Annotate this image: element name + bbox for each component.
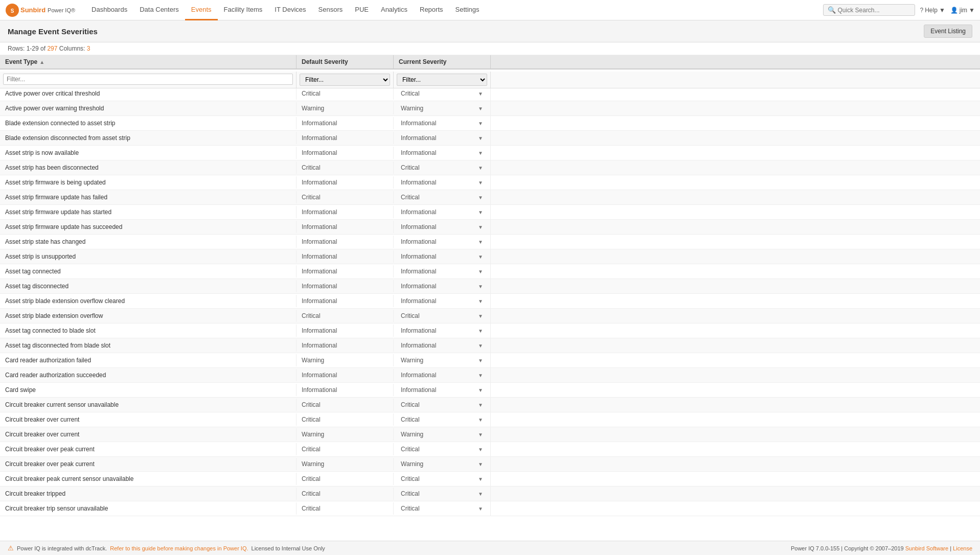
severity-dropdown[interactable]: Critical ▼ bbox=[399, 445, 485, 454]
cols-count-link[interactable]: 3 bbox=[87, 45, 90, 52]
nav-pue[interactable]: PUE bbox=[349, 0, 375, 20]
severity-dropdown[interactable]: Informational ▼ bbox=[399, 119, 485, 128]
cell-current-severity[interactable]: Informational ▼ bbox=[394, 279, 491, 293]
cell-current-severity[interactable]: Critical ▼ bbox=[394, 412, 491, 427]
severity-dropdown[interactable]: Critical ▼ bbox=[399, 400, 485, 409]
severity-dropdown[interactable]: Informational ▼ bbox=[399, 237, 485, 246]
cell-default-severity: Critical bbox=[297, 473, 394, 485]
filter-event-input[interactable] bbox=[3, 74, 293, 85]
cell-current-severity[interactable]: Critical ▼ bbox=[394, 309, 491, 323]
severity-dropdown[interactable]: Informational ▼ bbox=[399, 385, 485, 395]
severity-dropdown[interactable]: Informational ▼ bbox=[399, 267, 485, 276]
nav-facilityitems[interactable]: Facility Items bbox=[218, 0, 269, 20]
severity-dropdown[interactable]: Informational ▼ bbox=[399, 282, 485, 291]
nav-dashboards[interactable]: Dashboards bbox=[85, 0, 133, 20]
dropdown-arrow-icon: ▼ bbox=[478, 313, 483, 319]
dropdown-arrow-icon: ▼ bbox=[478, 165, 483, 171]
cell-current-severity[interactable]: Warning ▼ bbox=[394, 457, 491, 471]
search-box[interactable]: 🔍 bbox=[823, 4, 915, 16]
severity-dropdown[interactable]: Critical ▼ bbox=[399, 415, 485, 424]
severity-dropdown[interactable]: Warning ▼ bbox=[399, 430, 485, 439]
table-row: Asset strip blade extension overflow Cri… bbox=[0, 309, 980, 323]
help-button[interactable]: ? Help ▼ bbox=[920, 7, 945, 14]
severity-dropdown[interactable]: Informational ▼ bbox=[399, 371, 485, 380]
severity-dropdown[interactable]: Warning ▼ bbox=[399, 459, 485, 469]
severity-dropdown[interactable]: Informational ▼ bbox=[399, 133, 485, 143]
severity-dropdown[interactable]: Warning ▼ bbox=[399, 104, 485, 113]
cell-current-severity[interactable]: Critical ▼ bbox=[394, 160, 491, 175]
filter-default-select[interactable]: Filter... Critical Warning Informational bbox=[300, 74, 390, 86]
navbar-right: 🔍 ? Help ▼ 👤 jim ▼ bbox=[823, 4, 975, 16]
cell-current-severity[interactable]: Informational ▼ bbox=[394, 249, 491, 264]
cell-current-severity[interactable]: Critical ▼ bbox=[394, 487, 491, 501]
severity-dropdown[interactable]: Informational ▼ bbox=[399, 341, 485, 350]
cell-current-severity[interactable]: Critical ▼ bbox=[394, 86, 491, 101]
cell-current-severity[interactable]: Warning ▼ bbox=[394, 427, 491, 442]
cell-current-severity[interactable]: Informational ▼ bbox=[394, 294, 491, 308]
severity-dropdown[interactable]: Informational ▼ bbox=[399, 252, 485, 261]
cell-current-severity[interactable]: Informational ▼ bbox=[394, 205, 491, 219]
severity-value: Warning bbox=[401, 105, 423, 112]
cell-current-severity[interactable]: Critical ▼ bbox=[394, 442, 491, 456]
severity-value: Critical bbox=[401, 312, 420, 319]
nav-sensors[interactable]: Sensors bbox=[312, 0, 349, 20]
severity-dropdown[interactable]: Critical ▼ bbox=[399, 489, 485, 498]
dropdown-arrow-icon: ▼ bbox=[478, 491, 483, 497]
severity-dropdown[interactable]: Informational ▼ bbox=[399, 296, 485, 306]
col-header-event-type[interactable]: Event Type ▲ bbox=[0, 55, 297, 68]
severity-dropdown[interactable]: Informational ▼ bbox=[399, 207, 485, 217]
col-header-default-severity[interactable]: Default Severity bbox=[297, 55, 394, 68]
cell-current-severity[interactable]: Informational ▼ bbox=[394, 368, 491, 382]
severity-dropdown[interactable]: Warning ▼ bbox=[399, 356, 485, 365]
cell-event-type: Asset tag disconnected bbox=[0, 280, 297, 292]
cell-current-severity[interactable]: Informational ▼ bbox=[394, 131, 491, 145]
cell-current-severity[interactable]: Informational ▼ bbox=[394, 116, 491, 130]
severity-dropdown[interactable]: Critical ▼ bbox=[399, 89, 485, 98]
nav-reports[interactable]: Reports bbox=[414, 0, 449, 20]
dropdown-arrow-icon: ▼ bbox=[478, 210, 483, 215]
nav-analytics[interactable]: Analytics bbox=[375, 0, 414, 20]
cell-current-severity[interactable]: Critical ▼ bbox=[394, 190, 491, 204]
search-input[interactable] bbox=[838, 7, 909, 14]
severity-dropdown[interactable]: Informational ▼ bbox=[399, 326, 485, 335]
cell-current-severity[interactable]: Critical ▼ bbox=[394, 472, 491, 486]
filter-current-select[interactable]: Filter... Critical Warning Informational bbox=[397, 74, 487, 86]
table-row: Asset tag disconnected Informational Inf… bbox=[0, 279, 980, 294]
severity-dropdown[interactable]: Critical ▼ bbox=[399, 163, 485, 172]
nav-events[interactable]: Events bbox=[185, 0, 218, 20]
dropdown-arrow-icon: ▼ bbox=[478, 506, 483, 512]
cell-current-severity[interactable]: Critical ▼ bbox=[394, 501, 491, 516]
cell-current-severity[interactable]: Informational ▼ bbox=[394, 323, 491, 338]
cell-event-type: Circuit breaker tripped bbox=[0, 488, 297, 500]
severity-dropdown[interactable]: Critical ▼ bbox=[399, 193, 485, 202]
severity-dropdown[interactable]: Critical ▼ bbox=[399, 504, 485, 513]
dropdown-arrow-icon: ▼ bbox=[478, 150, 483, 156]
cell-current-severity[interactable]: Informational ▼ bbox=[394, 264, 491, 279]
nav-settings[interactable]: Settings bbox=[449, 0, 486, 20]
cell-current-severity[interactable]: Critical ▼ bbox=[394, 398, 491, 412]
cell-current-severity[interactable]: Warning ▼ bbox=[394, 353, 491, 367]
cell-current-severity[interactable]: Informational ▼ bbox=[394, 383, 491, 397]
nav-itdevices[interactable]: IT Devices bbox=[268, 0, 312, 20]
table-row: Active power over critical threshold Cri… bbox=[0, 86, 980, 101]
cell-event-type: Asset strip is unsupported bbox=[0, 250, 297, 263]
table-row: Circuit breaker over current Critical Cr… bbox=[0, 412, 980, 427]
cell-event-type: Card swipe bbox=[0, 384, 297, 396]
cell-current-severity[interactable]: Informational ▼ bbox=[394, 235, 491, 249]
severity-dropdown[interactable]: Informational ▼ bbox=[399, 178, 485, 187]
cell-current-severity[interactable]: Informational ▼ bbox=[394, 175, 491, 190]
cell-current-severity[interactable]: Informational ▼ bbox=[394, 338, 491, 353]
table-row: Asset strip firmware update has started … bbox=[0, 205, 980, 220]
col-header-current-severity[interactable]: Current Severity bbox=[394, 55, 491, 68]
user-button[interactable]: 👤 jim ▼ bbox=[950, 7, 975, 14]
severity-dropdown[interactable]: Critical ▼ bbox=[399, 311, 485, 320]
severity-dropdown[interactable]: Critical ▼ bbox=[399, 474, 485, 483]
rows-count-link[interactable]: 297 bbox=[47, 45, 57, 52]
event-listing-tab[interactable]: Event Listing bbox=[924, 25, 972, 38]
severity-dropdown[interactable]: Informational ▼ bbox=[399, 222, 485, 232]
cell-current-severity[interactable]: Warning ▼ bbox=[394, 101, 491, 115]
severity-dropdown[interactable]: Informational ▼ bbox=[399, 148, 485, 157]
cell-current-severity[interactable]: Informational ▼ bbox=[394, 146, 491, 160]
cell-current-severity[interactable]: Informational ▼ bbox=[394, 220, 491, 234]
nav-datacenters[interactable]: Data Centers bbox=[133, 0, 185, 20]
